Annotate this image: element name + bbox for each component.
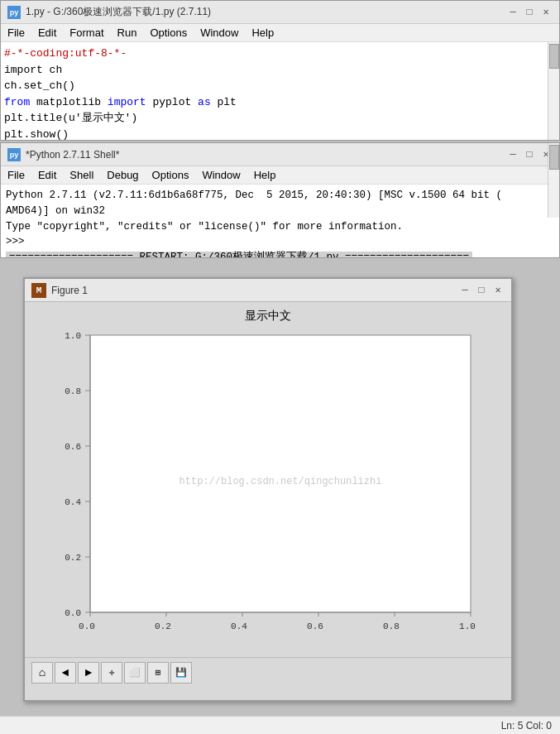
figure-title-text: Figure 1 [51,285,88,296]
shell-menubar: File Edit Shell Debug Options Window Hel… [1,166,559,185]
figure-window-controls: — □ ✕ [458,284,505,297]
code-line-1: #-*-coding:utf-8-*- [4,47,127,60]
toolbar-subplot-btn[interactable]: ⊞ [147,662,169,684]
toolbar-zoom-btn[interactable]: ⬜ [124,662,146,684]
code-line-3: ch.set_ch() [4,79,75,92]
code-line-6: plt.show() [4,128,69,141]
svg-text:http://blog.csdn.net/qingchunl: http://blog.csdn.net/qingchunlizhi [179,476,382,487]
shell-window-controls: — □ ✕ [506,148,553,161]
svg-text:1.0: 1.0 [65,331,81,341]
svg-text:0.4: 0.4 [65,497,81,507]
plot-svg: 0.0 0.2 0.4 0.6 0.8 1.0 0.0 0.2 [45,327,491,641]
editor-title-bar: py 1.py - G:/360极速浏览器下载/1.py (2.7.11) — … [1,1,559,24]
shell-menu-edit[interactable]: Edit [31,166,63,184]
svg-rect-0 [90,335,471,612]
shell-minimize-btn[interactable]: — [506,148,519,161]
editor-close-btn[interactable]: ✕ [539,6,553,19]
shell-output: Python 2.7.11 (v2.7.11:6d1b6a68f775, Dec… [6,188,554,257]
shell-scrollbar[interactable] [548,185,559,218]
editor-maximize-btn[interactable]: □ [523,6,536,19]
svg-text:0.6: 0.6 [307,621,323,631]
toolbar-back-btn[interactable]: ◄ [55,662,76,684]
shell-title-text: *Python 2.7.11 Shell* [26,149,119,161]
editor-menu-window[interactable]: Window [194,24,245,41]
shell-menu-debug[interactable]: Debug [100,166,145,184]
shell-menu-help[interactable]: Help [247,166,283,184]
svg-text:0.0: 0.0 [65,608,81,618]
shell-menu-file[interactable]: File [1,166,31,184]
editor-menu-format[interactable]: Format [63,24,110,41]
restart-line: ==================== RESTART: G:/360极速浏览… [6,252,472,257]
editor-window: py 1.py - G:/360极速浏览器下载/1.py (2.7.11) — … [0,0,560,141]
plot-area: 0.0 0.2 0.4 0.6 0.8 1.0 0.0 0.2 [33,327,503,650]
shell-title-bar: py *Python 2.7.11 Shell* — □ ✕ [1,143,559,166]
editor-menu-edit[interactable]: Edit [31,24,63,41]
editor-title-left: py 1.py - G:/360极速浏览器下载/1.py (2.7.11) [7,5,211,19]
figure-toolbar: ⌂ ◄ ► ✛ ⬜ ⊞ 💾 [25,657,511,687]
toolbar-home-btn[interactable]: ⌂ [31,662,53,684]
editor-window-controls: — □ ✕ [506,6,553,19]
plot-container: 显示中文 0.0 0.2 [33,309,503,650]
editor-title-text: 1.py - G:/360极速浏览器下载/1.py (2.7.11) [26,5,211,19]
editor-icon: py [7,6,21,19]
figure-content: 显示中文 0.0 0.2 [25,302,511,657]
toolbar-forward-btn[interactable]: ► [78,662,99,684]
svg-text:0.8: 0.8 [383,621,400,631]
shell-maximize-btn[interactable]: □ [523,148,536,161]
editor-menu-help[interactable]: Help [245,24,280,41]
status-text: Ln: 5 Col: 0 [501,720,552,732]
editor-content[interactable]: #-*-coding:utf-8-*- import ch ch.set_ch(… [1,42,559,140]
editor-scrollbar[interactable] [548,42,559,140]
shell-menu-options[interactable]: Options [146,166,196,184]
toolbar-pan-btn[interactable]: ✛ [101,662,122,684]
svg-text:1.0: 1.0 [459,621,476,631]
shell-title-left: py *Python 2.7.11 Shell* [7,148,119,161]
svg-text:0.4: 0.4 [231,621,247,631]
code-line-4: from matplotlib import pyplot as plt [4,96,237,108]
svg-text:0.0: 0.0 [79,621,95,631]
shell-menu-window[interactable]: Window [195,166,246,184]
shell-window: py *Python 2.7.11 Shell* — □ ✕ File Edit… [0,142,560,258]
figure-minimize-btn[interactable]: — [458,284,471,297]
toolbar-save-btn[interactable]: 💾 [170,662,192,684]
svg-text:0.6: 0.6 [65,442,81,452]
svg-text:0.2: 0.2 [65,553,81,563]
editor-menu-options[interactable]: Options [143,24,194,41]
figure-window: M Figure 1 — □ ✕ 显示中文 [23,277,513,702]
code-line-5: plt.title(u'显示中文') [4,112,137,124]
editor-menubar: File Edit Format Run Options Window Help [1,24,559,42]
editor-menu-file[interactable]: File [1,24,31,41]
shell-icon: py [7,148,21,161]
figure-close-btn[interactable]: ✕ [491,284,505,297]
svg-text:0.2: 0.2 [155,621,171,631]
figure-title-left: M Figure 1 [31,283,88,298]
editor-scrollbar-thumb[interactable] [549,44,559,69]
svg-text:0.8: 0.8 [65,386,81,396]
editor-menu-run[interactable]: Run [111,24,144,41]
figure-icon: M [31,283,46,298]
figure-maximize-btn[interactable]: □ [475,284,488,297]
shell-menu-shell[interactable]: Shell [63,166,100,184]
status-bar: Ln: 5 Col: 0 [0,716,560,734]
code-line-2: import ch [4,64,62,76]
figure-title-bar: M Figure 1 — □ ✕ [25,279,511,302]
editor-minimize-btn[interactable]: — [506,6,519,19]
plot-title: 显示中文 [33,309,503,324]
shell-content[interactable]: Python 2.7.11 (v2.7.11:6d1b6a68f775, Dec… [1,185,559,257]
